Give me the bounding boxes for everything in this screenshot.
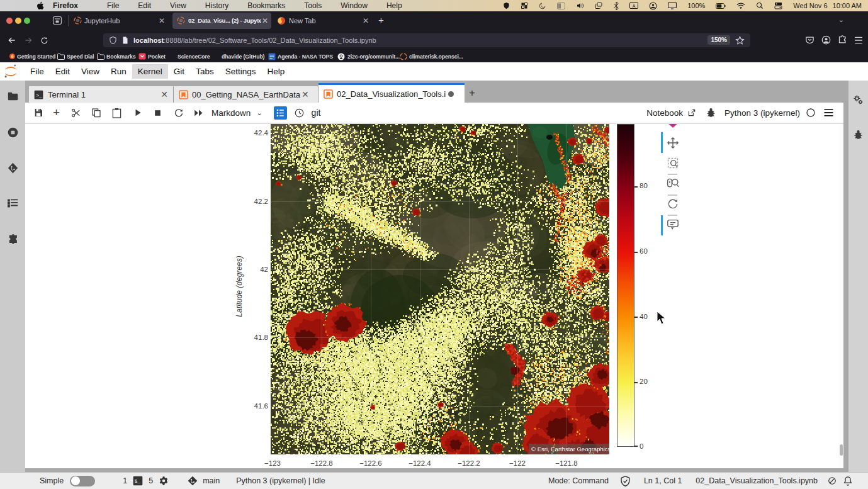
svg-text:A: A <box>633 4 636 8</box>
svg-text:$_: $_ <box>135 479 140 484</box>
svg-text:>_: >_ <box>36 92 42 98</box>
